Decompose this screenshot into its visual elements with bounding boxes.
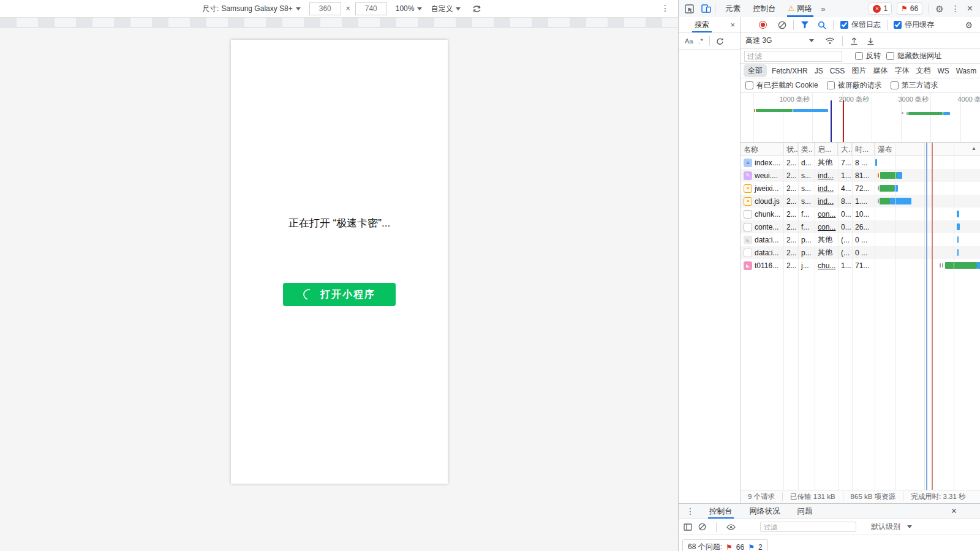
tab-元素[interactable]: 元素 (719, 0, 747, 17)
tab-search[interactable]: 搜索 (695, 17, 709, 32)
match-case-toggle[interactable]: Aa (685, 37, 693, 45)
tab-网络[interactable]: ⚠网络 (782, 0, 819, 17)
close-devtools-icon[interactable]: × (967, 4, 973, 13)
invert-filter-toggle[interactable]: 反转 (855, 51, 881, 61)
request-row[interactable]: ◣t0116...2...j...chu...1...71... (741, 259, 980, 272)
filter-chip-全部[interactable]: 全部 (744, 64, 767, 77)
request-status-cell: 2... (783, 156, 798, 169)
request-initiator: 其他 (818, 157, 832, 168)
request-initiator[interactable]: ind... (818, 184, 834, 193)
request-initiator[interactable]: chu... (818, 261, 835, 270)
option-checkbox[interactable] (891, 81, 899, 89)
option-第三方请求[interactable]: 第三方请求 (891, 80, 938, 91)
domcontentloaded-line (831, 100, 832, 142)
column-header-瀑布[interactable]: 瀑布▲ (875, 143, 980, 156)
viewport-width-input[interactable] (309, 2, 341, 15)
export-har-icon[interactable] (867, 37, 875, 45)
network-filter-input[interactable] (744, 51, 842, 62)
device-toolbar: 尺寸: Samsung Galaxy S8+ × 100% 自定义 (0, 0, 678, 18)
drawer-tab-网络状况[interactable]: 网络状况 (741, 504, 789, 519)
record-network-log-icon[interactable] (759, 21, 767, 29)
throttling-select[interactable]: 高速 3G (745, 36, 814, 46)
rotate-icon[interactable] (472, 4, 482, 13)
console-error-badge[interactable]: × 1 (869, 2, 892, 15)
throttle-select[interactable]: 自定义 (431, 4, 453, 14)
request-initiator[interactable]: ind... (818, 171, 834, 180)
close-search-icon[interactable]: × (730, 21, 735, 29)
hide-data-urls-toggle[interactable]: 隐藏数据网址 (886, 51, 941, 61)
live-expression-eye-icon[interactable] (726, 524, 736, 530)
tab-控制台[interactable]: 控制台 (747, 0, 782, 17)
request-row[interactable]: ‹›jweixi...2...s...ind...4...72... (741, 182, 980, 195)
devtools-menu-icon[interactable]: ⋮ (951, 4, 960, 13)
column-header-名称[interactable]: 名称 (741, 143, 783, 156)
request-row[interactable]: data:i...2...p...其他(...0 ... (741, 246, 980, 259)
device-toolbar-toggle-icon[interactable] (701, 4, 711, 13)
invert-checkbox[interactable] (855, 52, 863, 60)
open-miniprogram-button[interactable]: 打开小程序 (283, 283, 396, 306)
request-initiator[interactable]: con... (818, 223, 835, 231)
preserve-log-toggle[interactable]: 保留日志 (840, 20, 881, 30)
request-name-text: data:i... (755, 249, 778, 257)
log-level-dropdown[interactable]: 默认级别 (871, 522, 912, 532)
network-overview-timeline[interactable]: 1000 毫秒2000 毫秒3000 毫秒4000 毫秒 (741, 93, 980, 143)
preserve-log-checkbox[interactable] (840, 21, 848, 29)
device-select[interactable]: Samsung Galaxy S8+ (221, 4, 292, 13)
drawer-tab-控制台[interactable]: 控制台 (701, 504, 741, 519)
filter-chip-WS[interactable]: WS (937, 67, 949, 75)
chevron-down-icon (296, 7, 301, 10)
filter-chip-Fetch/XHR[interactable]: Fetch/XHR (772, 67, 808, 75)
request-row[interactable]: ‹›cloud.js2...s...ind...8...1.... (741, 195, 980, 208)
issues-badge[interactable]: ⚑ 66 (897, 2, 922, 15)
option-被屏蔽的请求[interactable]: 被屏蔽的请求 (827, 80, 882, 91)
import-har-icon[interactable] (850, 37, 858, 45)
console-filter-input[interactable] (760, 522, 856, 532)
filter-chip-文档[interactable]: 文档 (916, 66, 930, 76)
filter-chip-媒体[interactable]: 媒体 (873, 66, 888, 76)
console-sidebar-icon[interactable] (684, 523, 692, 531)
settings-gear-icon[interactable]: ⚙ (935, 4, 943, 13)
more-options-icon[interactable]: ⋮ (661, 4, 669, 12)
request-row[interactable]: chunk...2...f...con...0...10... (741, 208, 980, 220)
column-header-时...[interactable]: 时... (852, 143, 875, 156)
console-issues-bar[interactable]: 68 个问题: ⚑ 66 ⚑ 2 (682, 539, 768, 551)
column-header-类..[interactable]: 类.. (798, 143, 815, 156)
network-settings-gear-icon[interactable]: ⚙ (965, 21, 973, 29)
inspect-element-icon[interactable] (685, 4, 694, 13)
request-row[interactable]: conte...2...f...con...0...26... (741, 220, 980, 233)
filter-chip-Wasm[interactable]: Wasm (956, 67, 977, 75)
disable-cache-toggle[interactable]: 停用缓存 (894, 20, 934, 30)
request-row[interactable]: ◣data:i...2...p...其他(...0 ... (741, 233, 980, 246)
close-drawer-icon[interactable]: × (951, 506, 957, 516)
request-initiator[interactable]: con... (818, 210, 835, 219)
option-checkbox[interactable] (827, 81, 835, 89)
column-header-状..[interactable]: 状.. (783, 143, 798, 156)
request-initiator[interactable]: ind... (818, 197, 834, 206)
drawer-menu-icon[interactable]: ⋮ (686, 507, 695, 515)
filter-chip-字体[interactable]: 字体 (894, 66, 909, 76)
filter-chip-图片[interactable]: 图片 (851, 66, 866, 76)
more-tabs-icon[interactable]: » (818, 4, 827, 13)
drawer-tab-问题[interactable]: 问题 (789, 504, 821, 519)
filter-chip-CSS[interactable]: CSS (830, 67, 845, 75)
zoom-select[interactable]: 100% (396, 4, 415, 13)
option-checkbox[interactable] (745, 81, 753, 89)
filter-chip-JS[interactable]: JS (815, 67, 823, 75)
column-header-大..[interactable]: 大.. (838, 143, 852, 156)
request-row[interactable]: ✎weui....2...s...ind...1...81... (741, 169, 980, 182)
disable-cache-checkbox[interactable] (894, 21, 902, 29)
filter-funnel-icon[interactable] (801, 21, 809, 29)
viewport-height-input[interactable] (355, 2, 387, 15)
search-icon[interactable] (818, 21, 826, 29)
clear-network-log-icon[interactable] (778, 21, 786, 29)
regex-toggle[interactable]: .* (698, 37, 703, 45)
request-waterfall-cell (875, 195, 980, 208)
network-conditions-icon[interactable] (825, 37, 835, 45)
column-header-启...[interactable]: 启... (815, 143, 838, 156)
clear-console-icon[interactable] (698, 523, 706, 531)
request-row[interactable]: ≡index....2...d...其他7...8 ... (741, 156, 980, 169)
option-有已拦截的 Cookie[interactable]: 有已拦截的 Cookie (745, 80, 818, 91)
option-label: 第三方请求 (902, 80, 938, 91)
refresh-icon[interactable] (716, 37, 724, 45)
hide-data-urls-checkbox[interactable] (886, 52, 894, 60)
